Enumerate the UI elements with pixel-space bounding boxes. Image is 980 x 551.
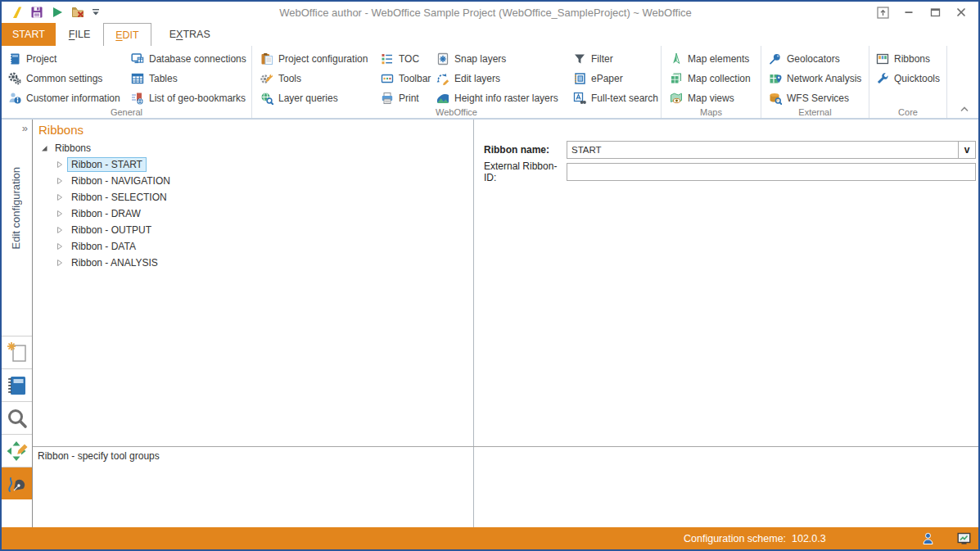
system-status-button[interactable] xyxy=(956,531,971,546)
ribbon-group-label: Maps xyxy=(662,107,761,117)
save-button[interactable] xyxy=(29,4,45,20)
ribbon-group-core: Ribbons Quicktools Core xyxy=(869,46,947,118)
ribbon: Project Common settings Customer informa… xyxy=(2,46,978,120)
popout-icon xyxy=(877,7,889,19)
main-area: » Edit configuration Ribbons Ribbons xyxy=(2,120,978,527)
page-title: Ribbons xyxy=(33,120,473,140)
close-project-button[interactable] xyxy=(70,4,86,20)
system-monitor-icon xyxy=(957,532,971,545)
user-icon xyxy=(922,532,934,545)
maximize-icon xyxy=(930,7,941,17)
ribbon-item-geolocators[interactable]: Geolocators xyxy=(769,49,867,69)
ribbon-item-full-text-search[interactable]: Full-text search xyxy=(573,88,662,108)
ribbon-item-tables[interactable]: Tables xyxy=(131,69,246,88)
chevron-up-icon xyxy=(960,106,969,112)
tree-item-ribbon-start[interactable]: Ribbon - START xyxy=(33,156,473,173)
north-arrow-icon xyxy=(670,52,683,65)
tree-expand-icon[interactable] xyxy=(56,258,65,268)
ribbon-item-common-settings[interactable]: Common settings xyxy=(8,69,131,88)
sidebar-expand-button[interactable]: » xyxy=(22,122,28,134)
close-project-icon xyxy=(71,6,85,19)
ribbon-item-filter[interactable]: Filter xyxy=(573,49,662,69)
close-button[interactable] xyxy=(949,3,973,21)
tree-item-ribbon-output[interactable]: Ribbon - OUTPUT xyxy=(33,222,473,238)
sidebar-item-preview[interactable] xyxy=(2,401,32,434)
ribbon-item-toolbar[interactable]: Toolbar xyxy=(381,69,436,88)
fountain-pen-icon xyxy=(6,472,29,495)
notebook-icon xyxy=(573,72,586,85)
mountains-icon xyxy=(436,92,449,105)
tree-expand-icon[interactable] xyxy=(56,160,65,169)
tree-expand-icon[interactable] xyxy=(56,225,65,235)
tree-expand-icon[interactable] xyxy=(56,192,65,202)
ribbon-item-snap-layers[interactable]: Snap layers xyxy=(436,49,573,69)
window-controls xyxy=(870,3,978,21)
tree-item-ribbon-draw[interactable]: Ribbon - DRAW xyxy=(33,205,473,222)
tab-extras[interactable]: EXTRAS xyxy=(158,23,222,46)
app-window: WebOffice author - WebOffice Sample Proj… xyxy=(0,0,980,551)
ribbon-item-project-configuration[interactable]: Project configuration xyxy=(260,49,381,69)
cylinder-magnifier-icon xyxy=(769,92,782,105)
sidebar-item-edit-configuration[interactable] xyxy=(2,467,32,499)
text-search-icon xyxy=(573,92,586,105)
close-icon xyxy=(956,7,966,17)
ribbon-item-map-views[interactable]: Map views xyxy=(670,88,760,108)
ribbon-item-database-connections[interactable]: Database connections xyxy=(131,49,246,69)
ribbon-item-quicktools[interactable]: Quicktools xyxy=(876,69,946,88)
ribbon-name-input[interactable] xyxy=(567,141,959,159)
title-bar: WebOffice author - WebOffice Sample Proj… xyxy=(2,2,978,23)
run-button[interactable] xyxy=(49,4,65,20)
tab-edit[interactable]: EDIT xyxy=(103,23,151,46)
ribbon-item-epaper[interactable]: ePaper xyxy=(573,69,662,88)
ribbon-item-map-collection[interactable]: Map collection xyxy=(670,69,760,88)
ribbon-item-edit-layers[interactable]: Edit layers xyxy=(436,69,573,88)
ribbon-item-customer-information[interactable]: Customer information xyxy=(8,88,131,108)
minimize-icon xyxy=(904,7,914,17)
map-eye-icon xyxy=(670,92,683,105)
ribbon-item-height-info-raster-layers[interactable]: Height info raster layers xyxy=(436,88,573,108)
ribbon-item-layer-queries[interactable]: Layer queries xyxy=(260,88,381,108)
collapse-ribbon-button[interactable] xyxy=(958,104,971,114)
details-empty-pane xyxy=(474,447,978,527)
tab-file[interactable]: FILE xyxy=(57,23,102,46)
minimize-button[interactable] xyxy=(896,3,921,21)
tree-item-ribbon-selection[interactable]: Ribbon - SELECTION xyxy=(33,189,473,205)
edit-pencil-button[interactable] xyxy=(8,4,25,20)
clipboard-icon xyxy=(260,52,273,65)
tree-item-ribbon-analysis[interactable]: Ribbon - ANALYSIS xyxy=(33,255,473,271)
sidebar-item-new-configuration[interactable] xyxy=(2,336,32,368)
tree-expand-icon[interactable] xyxy=(56,242,65,251)
tree-pane: Ribbons Ribbons Ribbon - START Ribbon - … xyxy=(33,120,474,446)
qat-customize-button[interactable] xyxy=(90,4,101,20)
ribbon-item-geo-bookmarks[interactable]: List of geo-bookmarks xyxy=(131,88,246,108)
quick-access-toolbar xyxy=(2,4,101,20)
ribbon-item-tools[interactable]: Tools xyxy=(260,69,381,88)
tree-collapse-icon[interactable] xyxy=(40,143,48,153)
user-status-button[interactable] xyxy=(920,531,935,546)
monitor-database-icon xyxy=(131,52,144,65)
popout-button[interactable] xyxy=(870,3,895,21)
maximize-button[interactable] xyxy=(923,3,947,21)
ribbon-item-map-elements[interactable]: Map elements xyxy=(670,49,760,69)
sidebar-item-project[interactable] xyxy=(2,368,32,401)
table-icon xyxy=(131,72,144,85)
tree-root-ribbons[interactable]: Ribbons xyxy=(33,140,473,156)
tree-item-ribbon-data[interactable]: Ribbon - DATA xyxy=(33,238,473,255)
ribbon-item-wfs-services[interactable]: WFS Services xyxy=(769,88,867,108)
ribbon-item-ribbons[interactable]: Ribbons xyxy=(876,49,946,69)
tree-expand-icon[interactable] xyxy=(56,176,65,186)
project-icon xyxy=(8,52,21,65)
tab-start[interactable]: START xyxy=(2,23,56,46)
tree-expand-icon[interactable] xyxy=(56,209,65,219)
ribbon-item-print[interactable]: Print xyxy=(381,88,436,108)
ribbon-item-toc[interactable]: TOC xyxy=(381,49,436,69)
external-ribbon-id-input[interactable] xyxy=(567,163,976,181)
ribbon-item-project[interactable]: Project xyxy=(8,49,131,69)
sidebar-item-edit-position[interactable] xyxy=(2,434,32,467)
tree-item-ribbon-navigation[interactable]: Ribbon - NAVIGATION xyxy=(33,173,473,189)
arrows-pencil-icon xyxy=(436,72,449,85)
project-notebook-icon xyxy=(6,374,29,397)
ribbon-item-network-analysis[interactable]: Network Analysis xyxy=(769,69,867,88)
ribbon-name-dropdown-button[interactable]: v xyxy=(959,141,976,159)
hint-pane: Ribbon - specify tool groups xyxy=(33,447,474,527)
